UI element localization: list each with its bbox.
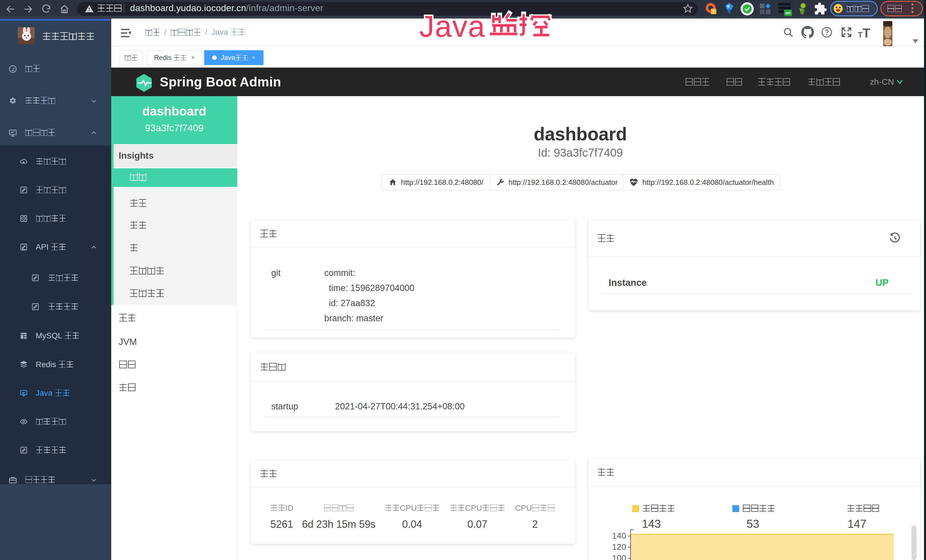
- svg-text:Java: Java: [419, 9, 486, 43]
- svg-text:on: on: [785, 11, 790, 15]
- svg-text:1: 1: [713, 9, 715, 14]
